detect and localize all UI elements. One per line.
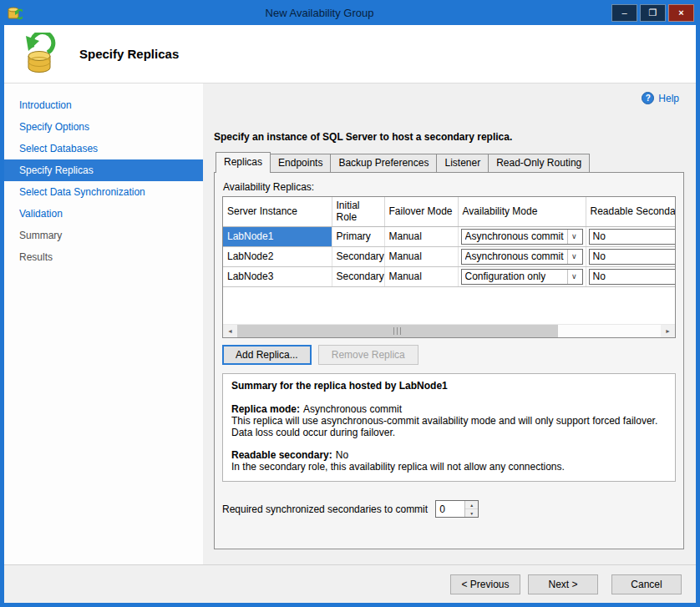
tab-read-only-routing[interactable]: Read-Only Routing: [488, 154, 590, 172]
readable-secondary-summary-value: No: [336, 449, 348, 461]
availability-mode-dropdown[interactable]: Asynchronous commit ∨: [461, 249, 583, 265]
column-header-readable-secondary[interactable]: Readable Secondary: [586, 197, 676, 226]
scrollbar-track[interactable]: [558, 325, 661, 337]
readable-secondary-dropdown[interactable]: No: [589, 269, 677, 285]
tab-endpoints[interactable]: Endpoints: [270, 154, 331, 172]
sidebar-item-validation[interactable]: Validation: [4, 203, 203, 225]
tab-strip: Replicas Endpoints Backup Preferences Li…: [214, 154, 684, 172]
app-icon: [8, 6, 23, 20]
next-button[interactable]: Next >: [528, 574, 598, 594]
minimize-button[interactable]: –: [611, 4, 637, 22]
scroll-left-icon[interactable]: ◄: [223, 325, 237, 337]
close-button[interactable]: ×: [668, 4, 694, 22]
sidebar-item-select-data-synchronization[interactable]: Select Data Synchronization: [4, 181, 203, 203]
readable-secondary-value: No: [593, 271, 606, 282]
previous-button[interactable]: < Previous: [450, 574, 520, 594]
required-secondaries-row: Required synchronized secondaries to com…: [222, 500, 676, 518]
column-header-availability-mode[interactable]: Availability Mode: [458, 197, 586, 226]
sidebar-item-specify-options[interactable]: Specify Options: [4, 116, 203, 138]
availability-replicas-grid: Server Instance Initial Role Failover Mo…: [222, 196, 676, 338]
table-header-row: Server Instance Initial Role Failover Mo…: [223, 197, 676, 226]
cell-failover-mode: Manual: [384, 266, 458, 286]
replica-mode-description: This replica will use asynchronous-commi…: [231, 415, 667, 438]
scrollbar-grip-icon: [393, 327, 402, 335]
chevron-down-icon: ∨: [567, 250, 581, 264]
horizontal-scrollbar[interactable]: ◄ ►: [223, 324, 675, 337]
page-title: Specify Replicas: [79, 47, 179, 61]
cancel-button[interactable]: Cancel: [611, 574, 682, 594]
summary-title: Summary for the replica hosted by LabNod…: [231, 380, 667, 392]
readable-secondary-dropdown[interactable]: No: [589, 229, 677, 245]
remove-replica-button: Remove Replica: [318, 345, 418, 365]
maximize-button[interactable]: ❐: [640, 4, 666, 22]
cell-failover-mode: Manual: [384, 246, 458, 266]
window-title: New Availability Group: [28, 7, 611, 19]
wizard-header: Specify Replicas: [4, 25, 696, 83]
column-header-initial-role[interactable]: Initial Role: [332, 197, 384, 226]
cell-failover-mode: Manual: [384, 226, 458, 246]
tab-replicas[interactable]: Replicas: [216, 152, 271, 173]
cell-readable-secondary: No: [586, 226, 676, 246]
cell-availability-mode: Asynchronous commit ∨: [458, 246, 586, 266]
replica-summary-box: Summary for the replica hosted by LabNod…: [222, 373, 676, 482]
availability-mode-dropdown[interactable]: Asynchronous commit ∨: [461, 229, 583, 245]
tab-listener[interactable]: Listener: [436, 154, 489, 172]
readable-secondary-value: No: [593, 250, 606, 262]
replicas-page-icon: [19, 33, 59, 76]
table-row[interactable]: LabNode1 Primary Manual Asynchronous com…: [223, 226, 676, 246]
required-secondaries-input[interactable]: [436, 501, 464, 517]
cell-readable-secondary: No: [586, 246, 676, 266]
stepper-up-icon[interactable]: ▲: [465, 501, 478, 509]
replicas-tab-page: Availability Replicas: Server Instance I…: [214, 172, 684, 549]
column-header-failover-mode[interactable]: Failover Mode: [384, 197, 458, 226]
table-row[interactable]: LabNode3 Secondary Manual Configuration …: [223, 266, 676, 286]
sidebar-item-introduction[interactable]: Introduction: [4, 94, 203, 116]
titlebar[interactable]: New Availability Group – ❐ ×: [0, 0, 700, 25]
stepper-buttons: ▲ ▼: [464, 501, 478, 517]
tab-backup-preferences[interactable]: Backup Preferences: [330, 154, 437, 172]
minimize-icon: –: [621, 8, 626, 18]
add-replica-button[interactable]: Add Replica...: [222, 345, 312, 365]
sidebar-item-select-databases[interactable]: Select Databases: [4, 138, 203, 159]
availability-mode-dropdown[interactable]: Configuration only ∨: [461, 269, 583, 285]
chevron-down-icon: ∨: [567, 270, 581, 284]
instruction-text: Specify an instance of SQL Server to hos…: [214, 131, 684, 143]
table-row[interactable]: LabNode2 Secondary Manual Asynchronous c…: [223, 246, 676, 266]
cell-server-instance[interactable]: LabNode3: [223, 266, 332, 286]
replica-actions: Add Replica... Remove Replica: [222, 345, 676, 365]
wizard-steps-sidebar: Introduction Specify Options Select Data…: [4, 83, 203, 564]
readable-secondary-description: In the secondary role, this availability…: [231, 461, 667, 473]
cell-availability-mode: Asynchronous commit ∨: [458, 226, 586, 246]
sidebar-item-results: Results: [4, 246, 203, 268]
replica-mode-line: Replica mode:Asynchronous commit: [231, 403, 667, 415]
wizard-footer: < Previous Next > Cancel: [4, 564, 696, 603]
close-icon: ×: [678, 8, 683, 18]
chevron-down-icon: ∨: [567, 230, 581, 244]
new-availability-group-window: New Availability Group – ❐ × Specify Rep…: [0, 0, 700, 607]
replicas-table: Server Instance Initial Role Failover Mo…: [223, 197, 676, 287]
scroll-right-icon[interactable]: ►: [661, 325, 675, 337]
help-label: Help: [658, 93, 679, 104]
scrollbar-thumb[interactable]: [237, 325, 558, 337]
availability-mode-value: Asynchronous commit: [465, 250, 564, 262]
cell-initial-role: Secondary: [332, 266, 384, 286]
main-panel: ? Help Specify an instance of SQL Server…: [203, 83, 696, 564]
cell-server-instance[interactable]: LabNode2: [223, 246, 332, 266]
stepper-down-icon[interactable]: ▼: [465, 509, 478, 517]
sidebar-item-specify-replicas[interactable]: Specify Replicas: [4, 159, 203, 181]
required-secondaries-stepper[interactable]: ▲ ▼: [435, 500, 479, 518]
readable-secondary-dropdown[interactable]: No: [589, 249, 677, 265]
help-link[interactable]: ? Help: [642, 92, 679, 104]
replica-mode-label: Replica mode:: [231, 403, 300, 415]
help-icon: ?: [642, 92, 654, 104]
window-body: Specify Replicas Introduction Specify Op…: [4, 25, 696, 603]
cell-server-instance[interactable]: LabNode1: [223, 226, 332, 246]
readable-secondary-value: No: [593, 230, 606, 242]
replica-mode-value: Asynchronous commit: [303, 403, 402, 415]
column-header-server-instance[interactable]: Server Instance: [223, 197, 332, 226]
sidebar-item-summary: Summary: [4, 225, 203, 246]
readable-secondary-line: Readable secondary:No: [231, 449, 667, 461]
availability-replicas-label: Availability Replicas:: [223, 181, 676, 193]
cell-initial-role: Secondary: [332, 246, 384, 266]
availability-mode-value: Asynchronous commit: [465, 230, 564, 242]
